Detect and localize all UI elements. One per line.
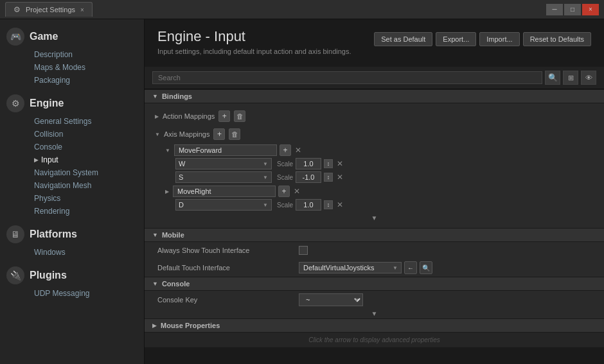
eye-view-button[interactable]: 👁	[581, 71, 596, 85]
close-button[interactable]: ×	[582, 4, 599, 15]
bindings-scroll-down[interactable]: ▼	[155, 213, 594, 223]
moveright-rows: D Scale ↕ ✕	[175, 199, 594, 211]
axis-item-moveright: ▶ + ✕ D Scale	[165, 186, 594, 211]
mobile-section-header[interactable]: ▼ Mobile	[145, 228, 604, 242]
grid-view-button[interactable]: ⊞	[563, 71, 578, 85]
action-mappings-add-button[interactable]: +	[218, 110, 230, 122]
moveforward-name-input[interactable]	[174, 144, 277, 156]
minimize-button[interactable]: ─	[546, 4, 563, 15]
action-mappings-delete-button[interactable]: 🗑	[234, 110, 245, 122]
always-show-touch-label: Always Show Touch Interface	[157, 247, 299, 254]
page-title: Engine - Input	[157, 28, 351, 45]
sidebar-category-plugins[interactable]: 🔌 Plugins	[0, 261, 144, 287]
s-scale-expand[interactable]: ↕	[324, 173, 333, 182]
sidebar-item-collision[interactable]: Collision	[29, 128, 144, 141]
sidebar-item-navigation-mesh[interactable]: Navigation Mesh	[29, 179, 144, 192]
axis-mappings-header[interactable]: ▼ Axis Mappings + 🗑	[155, 126, 594, 142]
sidebar-item-maps-modes[interactable]: Maps & Modes	[29, 61, 144, 74]
console-scroll-down[interactable]: ▼	[145, 309, 604, 318]
platforms-icon: 🖥	[6, 225, 24, 243]
default-touch-select[interactable]: DefaultVirtualJoysticks	[299, 262, 402, 273]
sidebar-item-rendering[interactable]: Rendering	[29, 205, 144, 218]
moveforward-rows: W Scale ↕ ✕ S	[175, 158, 594, 183]
sidebar-section-platforms: 🖥 Platforms Windows	[0, 220, 144, 259]
sidebar-category-engine[interactable]: ⚙ Engine	[0, 89, 144, 115]
sidebar-section-game: 🎮 Game Description Maps & Modes Packagin…	[0, 22, 144, 87]
moveright-remove-button[interactable]: ✕	[292, 187, 301, 196]
engine-icon: ⚙	[6, 94, 24, 112]
always-show-touch-checkbox[interactable]	[299, 246, 308, 255]
moveforward-remove-button[interactable]: ✕	[294, 146, 303, 155]
d-scale-input[interactable]	[296, 199, 321, 211]
bindings-section-header[interactable]: ▼ Bindings	[145, 89, 604, 103]
sidebar-category-game-label: Game	[30, 31, 58, 42]
tab-close-button[interactable]: ×	[80, 6, 84, 13]
console-arrow: ▼	[152, 281, 158, 287]
maximize-button[interactable]: □	[564, 4, 581, 15]
title-block: Engine - Input Input settings, including…	[157, 28, 351, 62]
sidebar-item-description[interactable]: Description	[29, 48, 144, 61]
moveforward-arrow: ▼	[165, 148, 170, 153]
sidebar-item-windows[interactable]: Windows	[29, 246, 144, 259]
sidebar-item-navigation-system[interactable]: Navigation System	[29, 166, 144, 179]
content-scroll[interactable]: Engine - Input Input settings, including…	[145, 19, 604, 364]
default-touch-label: Default Touch Interface	[157, 264, 299, 272]
console-key-dropdown-wrapper: ~	[299, 293, 363, 306]
tab-label: Project Settings	[26, 6, 75, 13]
axis-row-w: W Scale ↕ ✕	[175, 158, 594, 169]
mobile-arrow: ▼	[152, 232, 158, 238]
import-button[interactable]: Import...	[479, 32, 519, 46]
console-key-select[interactable]: ~	[299, 293, 363, 306]
mouse-arrow: ▶	[152, 322, 157, 329]
search-icon-button[interactable]: 🔍	[545, 71, 560, 85]
moveright-header: ▶ + ✕	[165, 186, 594, 197]
w-scale-label: Scale	[277, 160, 293, 168]
moveforward-add-button[interactable]: +	[280, 144, 291, 156]
default-touch-search-button[interactable]: 🔍	[420, 261, 432, 274]
moveright-add-button[interactable]: +	[278, 186, 290, 197]
sidebar-item-udp-messaging[interactable]: UDP Messaging	[29, 287, 144, 300]
axis-mappings-label: Axis Mappings	[164, 130, 210, 138]
title-bar: ⚙ Project Settings × ─ □ ×	[0, 0, 604, 19]
mobile-area: Always Show Touch Interface Default Touc…	[145, 242, 604, 277]
s-scale-input[interactable]	[296, 171, 321, 183]
sidebar-category-plugins-label: Plugins	[30, 270, 67, 281]
s-scale-label: Scale	[277, 174, 293, 181]
d-scale-expand[interactable]: ↕	[324, 200, 333, 209]
w-scale-expand[interactable]: ↕	[324, 159, 333, 168]
action-mappings-header[interactable]: ▶ Action Mappings + 🗑	[155, 108, 594, 124]
always-show-touch-row: Always Show Touch Interface	[145, 242, 604, 259]
s-key-select[interactable]: S	[175, 171, 272, 183]
s-remove-button[interactable]: ✕	[335, 173, 344, 182]
tab-project-settings[interactable]: ⚙ Project Settings ×	[5, 2, 93, 17]
sidebar-item-input[interactable]: ▶ Input	[29, 153, 144, 166]
w-key-select[interactable]: W	[175, 158, 272, 169]
w-scale-input[interactable]	[296, 158, 321, 169]
export-button[interactable]: Export...	[436, 32, 476, 46]
d-remove-button[interactable]: ✕	[335, 200, 344, 209]
moveright-name-input[interactable]	[173, 186, 276, 197]
axis-mappings-add-button[interactable]: +	[213, 128, 225, 140]
sidebar-item-physics[interactable]: Physics	[29, 192, 144, 205]
sidebar-item-packaging[interactable]: Packaging	[29, 74, 144, 87]
axis-mappings-delete-button[interactable]: 🗑	[229, 128, 240, 140]
search-input[interactable]	[152, 71, 542, 84]
sidebar-category-platforms[interactable]: 🖥 Platforms	[0, 220, 144, 246]
console-section-header[interactable]: ▼ Console	[145, 277, 604, 291]
mouse-section-header[interactable]: ▶ Mouse Properties	[145, 318, 604, 333]
default-touch-back-button[interactable]: ←	[404, 261, 417, 274]
header-actions: Set as Default Export... Import... Reset…	[374, 32, 591, 46]
reset-to-defaults-button[interactable]: Reset to Defaults	[523, 32, 591, 46]
sidebar-item-general-settings[interactable]: General Settings	[29, 115, 144, 128]
sidebar-engine-items: General Settings Collision Console ▶ Inp…	[0, 115, 144, 218]
default-touch-control: DefaultVirtualJoysticks ← 🔍	[299, 261, 591, 274]
w-remove-button[interactable]: ✕	[335, 159, 344, 168]
d-key-select[interactable]: D	[175, 199, 272, 211]
sidebar-category-game[interactable]: 🎮 Game	[0, 22, 144, 48]
set-as-default-button[interactable]: Set as Default	[374, 32, 432, 46]
plugins-icon: 🔌	[6, 266, 24, 284]
sidebar-item-console[interactable]: Console	[29, 141, 144, 153]
content-area: Engine - Input Input settings, including…	[145, 19, 604, 364]
moveforward-header: ▼ + ✕	[165, 144, 594, 156]
axis-row-s: S Scale ↕ ✕	[175, 171, 594, 183]
